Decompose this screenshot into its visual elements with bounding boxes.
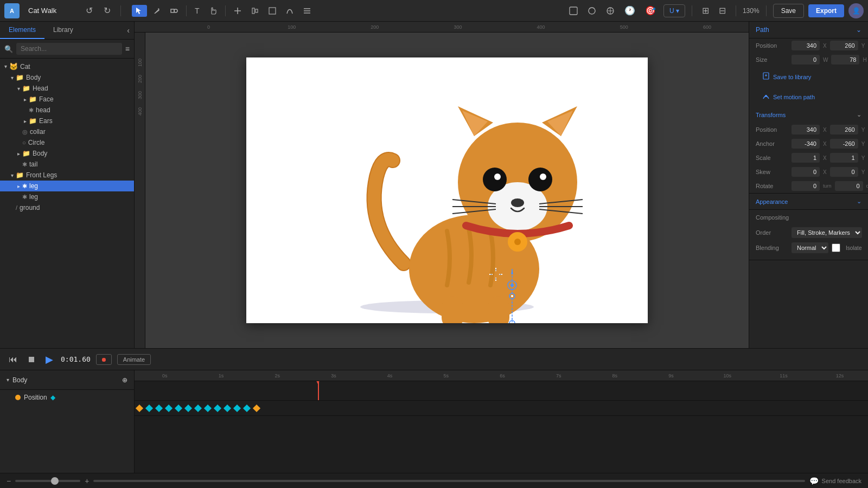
stop-button[interactable]: ⏹ xyxy=(25,352,38,367)
play-button[interactable]: ▶ xyxy=(43,351,55,368)
tree-item-collar[interactable]: ▸ ◎ collar xyxy=(0,126,134,137)
tree-item-face[interactable]: ▸ 📁 Face xyxy=(0,94,134,105)
compositing-header[interactable]: Compositing xyxy=(749,210,868,225)
undo-button[interactable]: ↺ xyxy=(82,3,96,18)
more-tool[interactable] xyxy=(299,5,315,17)
collapse-panel-btn[interactable]: ‹ xyxy=(123,22,134,39)
user-avatar[interactable]: 👤 xyxy=(848,3,864,18)
skip-start-button[interactable]: ⏮ xyxy=(7,352,20,367)
tree-item-ground[interactable]: ▸ / ground xyxy=(0,202,134,213)
keyframe-3[interactable] xyxy=(165,404,173,412)
tf-rotate-turn[interactable] xyxy=(792,181,820,191)
tf-skew-y[interactable] xyxy=(830,167,858,177)
keyframe-2[interactable] xyxy=(155,404,163,412)
playhead[interactable] xyxy=(318,381,319,400)
keyframe-4[interactable] xyxy=(175,404,182,412)
save-to-library-button[interactable]: Save to library xyxy=(756,69,861,85)
blending-select[interactable]: Normal xyxy=(792,242,828,253)
tf-position-y[interactable] xyxy=(830,125,858,134)
tree-item-body-shape[interactable]: ▸ 📁 Body xyxy=(0,148,134,159)
keyframe-8[interactable] xyxy=(214,404,221,412)
anchor-tool[interactable] xyxy=(230,5,245,17)
list-options-icon[interactable]: ≡ xyxy=(125,44,130,53)
tree-item-circle[interactable]: ▸ ○ Circle xyxy=(0,137,134,148)
tf-position-x[interactable] xyxy=(792,125,820,134)
keyframe-add-icon[interactable]: ◆ xyxy=(50,394,55,401)
view-btn-4[interactable]: 🕐 xyxy=(621,3,639,18)
view-btn-2[interactable] xyxy=(584,4,599,17)
view-btn-3[interactable] xyxy=(603,4,618,17)
layout-btn-2[interactable]: ⊟ xyxy=(716,3,729,18)
shape-tool[interactable] xyxy=(167,5,182,17)
zoom-minus-button[interactable]: − xyxy=(7,477,11,485)
warp-tool[interactable] xyxy=(282,5,297,17)
keyframe-5[interactable] xyxy=(184,404,192,412)
pen-tool[interactable] xyxy=(149,5,164,17)
select-tool[interactable] xyxy=(132,5,147,17)
zoom-slider[interactable] xyxy=(15,480,80,482)
ruler-left-numbers: 100 200 300 400 xyxy=(137,38,143,348)
tf-scale-x[interactable] xyxy=(792,153,820,163)
color-swatch[interactable] xyxy=(832,243,840,252)
tree-item-leg2[interactable]: ▸ ✱ leg xyxy=(0,191,134,202)
position-y-input[interactable] xyxy=(830,41,858,50)
keyframe-end[interactable] xyxy=(253,404,260,412)
tree-item-ears[interactable]: ▸ 📁 Ears xyxy=(0,115,134,126)
search-input[interactable] xyxy=(16,43,122,55)
layout-btn-1[interactable]: ⊞ xyxy=(699,3,712,18)
keyframe-10[interactable] xyxy=(233,404,241,412)
tf-skew-x[interactable] xyxy=(792,167,820,177)
tab-elements[interactable]: Elements xyxy=(0,22,44,39)
svg-rect-14 xyxy=(442,296,463,323)
tab-library[interactable]: Library xyxy=(44,22,82,39)
body-track-arrow[interactable]: ▾ xyxy=(7,377,9,383)
tree-item-cat[interactable]: ▾ 🐱 Cat xyxy=(0,61,134,72)
path-section-header[interactable]: Path ⌄ xyxy=(749,22,868,38)
timeline-scroll[interactable] xyxy=(93,480,805,482)
tree-item-front-legs[interactable]: ▾ 📁 Front Legs xyxy=(0,170,134,181)
ruler-left: 100 200 300 400 xyxy=(135,33,145,348)
order-select[interactable]: Fill, Stroke, Markers xyxy=(792,227,862,238)
text-tool[interactable]: T xyxy=(191,4,203,17)
keyframe-1[interactable] xyxy=(145,404,153,412)
size-w-input[interactable] xyxy=(792,55,820,65)
export-button[interactable]: Export xyxy=(808,4,844,17)
crop-tool[interactable] xyxy=(265,5,280,17)
tf-deg: deg xyxy=(866,183,868,189)
tf-rotate-deg[interactable] xyxy=(835,181,863,191)
view-btn-1[interactable] xyxy=(566,4,581,17)
redo-button[interactable]: ↻ xyxy=(100,3,114,18)
zoom-thumb[interactable] xyxy=(51,477,59,485)
tf-scale-y[interactable] xyxy=(830,153,858,163)
keyframe-11[interactable] xyxy=(243,404,251,412)
tree-item-head-group[interactable]: ▾ 📁 Head xyxy=(0,83,134,94)
upgrade-button[interactable]: U ▾ xyxy=(663,4,685,17)
animate-button[interactable]: Animate xyxy=(117,354,151,365)
keyframe-6[interactable] xyxy=(194,404,202,412)
view-btn-5[interactable]: 🎯 xyxy=(642,3,659,18)
align-tool[interactable] xyxy=(247,5,263,17)
transforms-collapse: ⌄ xyxy=(857,111,861,118)
tf-anchor-x[interactable] xyxy=(792,139,820,149)
appearance-header[interactable]: Appearance ⌄ xyxy=(749,194,868,209)
tree-item-leg1[interactable]: ▸ ✱ leg xyxy=(0,181,134,191)
keyframe-7[interactable] xyxy=(204,404,212,412)
tree-item-tail[interactable]: ▸ ✱ tail xyxy=(0,159,134,170)
keyframe-0[interactable] xyxy=(136,404,143,412)
send-feedback-button[interactable]: 💬 Send feedback xyxy=(809,477,861,485)
position-x-input[interactable] xyxy=(792,41,820,50)
record-button[interactable]: ⏺ xyxy=(96,354,112,365)
ruler-mark xyxy=(140,24,167,30)
tree-item-body-group[interactable]: ▾ 📁 Body xyxy=(0,72,134,83)
tree-item-head-shape[interactable]: ▸ ✱ head xyxy=(0,105,134,115)
size-h-input[interactable] xyxy=(831,55,859,65)
hand-tool[interactable] xyxy=(206,5,221,17)
zoom-plus-button[interactable]: + xyxy=(85,477,89,485)
tf-anchor-y[interactable] xyxy=(830,139,858,149)
tl-mark-5s: 5s xyxy=(418,373,474,378)
set-motion-path-button[interactable]: Set motion path xyxy=(756,89,861,105)
save-button[interactable]: Save xyxy=(773,4,804,18)
body-track-expand[interactable]: ⊕ xyxy=(122,376,127,384)
keyframe-9[interactable] xyxy=(224,404,231,412)
transforms-header[interactable]: Transforms ⌄ xyxy=(749,107,868,123)
